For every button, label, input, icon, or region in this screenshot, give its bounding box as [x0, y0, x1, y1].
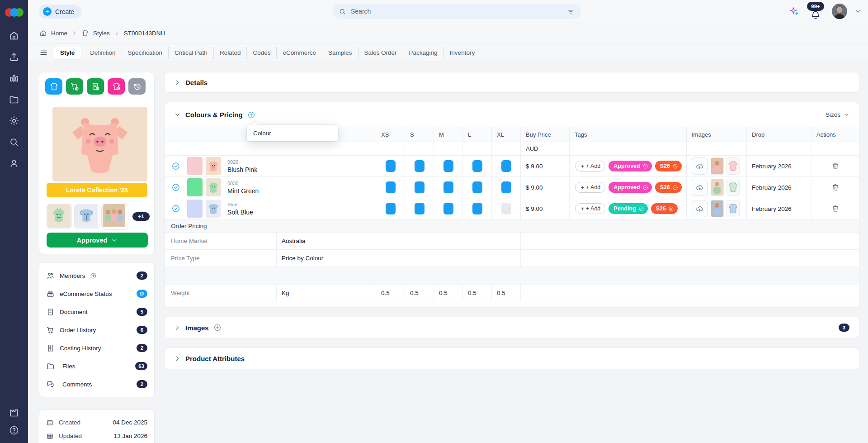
home-market-value[interactable]: Australia	[276, 233, 376, 249]
size-checkbox-xl[interactable]	[501, 160, 511, 172]
remove-tag-icon[interactable]	[638, 206, 644, 212]
size-checkbox-xl[interactable]	[501, 181, 511, 193]
size-checkbox-m[interactable]	[443, 203, 453, 214]
size-checkbox-xs[interactable]	[386, 160, 396, 172]
colour-thumbnail[interactable]	[206, 178, 221, 196]
collection-banner[interactable]: Loreta Collection '25	[47, 183, 147, 197]
weight-value-xs[interactable]: 0.5	[376, 285, 405, 301]
size-checkbox-l[interactable]	[472, 181, 482, 193]
add-image-icon[interactable]	[213, 324, 222, 332]
more-images-badge[interactable]: +1	[132, 212, 150, 221]
create-button[interactable]: Create	[39, 5, 81, 19]
tab-ecommerce[interactable]: eCommerce	[276, 47, 322, 59]
help-icon[interactable]	[9, 425, 19, 436]
home-icon[interactable]	[9, 30, 19, 41]
account-chevron-icon[interactable]	[854, 8, 862, 15]
colour-name[interactable]: Mint Green	[227, 187, 259, 195]
avatar[interactable]	[832, 4, 847, 19]
tab-inventory[interactable]: Inventory	[443, 47, 481, 59]
size-checkbox-xs[interactable]	[386, 181, 396, 193]
add-member-icon[interactable]	[90, 272, 97, 279]
remove-tag-icon[interactable]	[668, 206, 674, 212]
colour-thumbnail[interactable]	[206, 200, 221, 218]
folder-icon[interactable]	[9, 94, 19, 105]
notifications-button[interactable]: 99+	[807, 2, 825, 21]
drop-date[interactable]: February 2026	[752, 163, 792, 170]
add-document-button[interactable]	[87, 78, 104, 95]
menu-item-ecommerce-status[interactable]: eCommerce Status D	[46, 285, 147, 303]
upload-icon[interactable]	[9, 52, 19, 62]
add-tag-button[interactable]: + Add	[575, 203, 605, 214]
row-image-photo[interactable]	[711, 179, 724, 196]
tag-approved[interactable]: Approved	[609, 182, 651, 193]
remove-tag-icon[interactable]	[672, 185, 678, 191]
chevron-right-icon[interactable]	[174, 355, 181, 362]
upload-image-button[interactable]	[691, 157, 708, 175]
tab-packaging[interactable]: Packaging	[403, 47, 443, 59]
buy-price[interactable]: $ 9.00	[526, 184, 543, 191]
column-header-xl[interactable]: XL	[491, 127, 520, 142]
add-to-order-button[interactable]	[66, 78, 83, 95]
tag-s26[interactable]: S26	[655, 161, 682, 171]
colour-name[interactable]: Soft Blue	[227, 209, 253, 216]
menu-item-order-history[interactable]: Order History 6	[46, 321, 147, 339]
thumbnail-green-onesie[interactable]	[47, 204, 72, 229]
chevron-right-icon[interactable]	[174, 79, 181, 86]
colour-swatch[interactable]	[187, 178, 203, 196]
filter-icon[interactable]	[567, 8, 575, 15]
row-image-photo[interactable]	[711, 200, 724, 217]
add-tag-button[interactable]: + Add	[575, 161, 605, 171]
menu-item-comments[interactable]: Comments 2	[46, 375, 147, 393]
size-checkbox-xs[interactable]	[386, 203, 396, 214]
buy-price[interactable]: $ 9.00	[526, 205, 543, 212]
breadcrumb-home[interactable]: Home	[51, 30, 67, 37]
menu-item-document[interactable]: Document 5	[46, 303, 147, 321]
column-header-l[interactable]: L	[462, 127, 491, 142]
menu-icon[interactable]	[39, 48, 48, 57]
tab-sales-order[interactable]: Sales Order	[358, 47, 403, 59]
remove-tag-icon[interactable]	[672, 163, 678, 169]
breadcrumb-styles[interactable]: Styles	[93, 30, 110, 37]
delete-row-icon[interactable]	[831, 205, 840, 213]
colour-thumbnail[interactable]	[206, 157, 221, 175]
add-colour-icon[interactable]	[247, 111, 255, 119]
upload-image-button[interactable]	[691, 200, 708, 217]
drop-date[interactable]: February 2026	[752, 184, 792, 191]
weight-unit[interactable]: Kg	[276, 285, 376, 301]
history-button[interactable]	[128, 78, 146, 95]
tab-critical-path[interactable]: Critical Path	[168, 47, 213, 59]
profile-icon[interactable]	[9, 158, 19, 169]
size-checkbox-m[interactable]	[443, 181, 453, 193]
factory-icon[interactable]	[9, 407, 19, 418]
product-attributes-title[interactable]: Product Attributes	[185, 355, 245, 362]
row-selected-icon[interactable]	[171, 204, 180, 213]
thumbnail-blue-onesie[interactable]	[74, 204, 99, 229]
weight-value-s[interactable]: 0.5	[405, 285, 434, 301]
ai-sparkle-icon[interactable]	[788, 6, 799, 17]
menu-item-files[interactable]: Files 63	[46, 357, 147, 375]
colour-name[interactable]: Blush Pink	[227, 166, 257, 173]
size-checkbox-m[interactable]	[443, 160, 453, 172]
sizes-dropdown[interactable]: Sizes	[826, 111, 849, 118]
row-image-photo[interactable]	[711, 157, 724, 175]
settings-icon[interactable]	[9, 115, 19, 126]
thumbnail-babies-photo[interactable]	[102, 203, 128, 229]
app-logo[interactable]	[4, 6, 24, 19]
tag-s26[interactable]: S26	[651, 203, 678, 214]
weight-value-m[interactable]: 0.5	[434, 285, 462, 301]
row-image-sketch[interactable]	[726, 179, 740, 196]
remove-tag-icon[interactable]	[642, 163, 648, 169]
remove-tag-icon[interactable]	[642, 185, 648, 191]
tag-s26[interactable]: S26	[655, 182, 682, 193]
tag-approved[interactable]: Approved	[609, 161, 651, 171]
size-checkbox-s[interactable]	[415, 160, 425, 172]
search-input[interactable]	[350, 7, 563, 15]
delete-row-icon[interactable]	[831, 162, 840, 170]
style-action-button[interactable]	[45, 78, 62, 95]
price-type-value[interactable]: Price by Colour	[276, 250, 376, 267]
product-hero-image[interactable]	[52, 107, 147, 181]
colour-swatch[interactable]	[187, 157, 203, 175]
remove-style-button[interactable]	[108, 78, 125, 95]
row-image-sketch[interactable]	[726, 200, 740, 217]
tab-specification[interactable]: Specification	[122, 47, 169, 59]
